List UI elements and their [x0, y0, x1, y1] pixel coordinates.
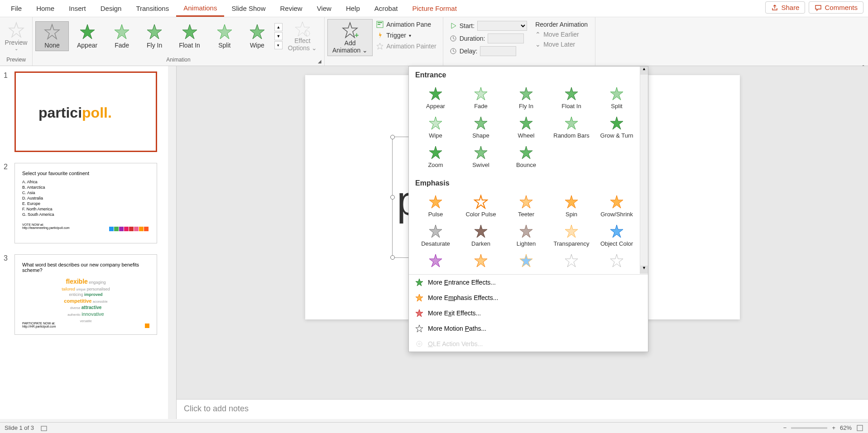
tab-help[interactable]: Help	[339, 1, 367, 16]
emphasis-desaturate[interactable]: Desaturate	[413, 221, 458, 250]
svg-marker-40	[610, 225, 623, 238]
tab-animations[interactable]: Animations	[176, 0, 224, 17]
accessibility-icon[interactable]	[40, 424, 48, 432]
animation-fade[interactable]: Fade	[106, 22, 138, 51]
entrance-floatin[interactable]: Float In	[549, 84, 594, 112]
more-exit-effects[interactable]: More Exit Effects...	[409, 305, 648, 321]
comment-icon	[815, 4, 822, 11]
emphasis-row3-3[interactable]	[504, 251, 548, 271]
slide-thumb-1[interactable]: 1 participoll.	[0, 66, 176, 157]
svg-marker-2	[80, 24, 95, 39]
entrance-shape[interactable]: Shape	[459, 113, 503, 142]
gallery-more-button[interactable]: ▾	[274, 41, 283, 49]
animation-appear[interactable]: Appear	[69, 22, 106, 51]
gallery-spinner: ▲ ▼ ▾	[273, 21, 283, 51]
entrance-fade[interactable]: Fade	[459, 84, 503, 112]
zoom-slider[interactable]	[791, 427, 827, 429]
animation-pane-button[interactable]: Animation Pane	[376, 21, 436, 28]
animation-painter-button[interactable]: Animation Painter	[376, 43, 436, 50]
tab-acrobat[interactable]: Acrobat	[367, 1, 405, 16]
emphasis-spin[interactable]: Spin	[549, 192, 594, 220]
status-slide-indicator: Slide 1 of 3	[5, 424, 34, 431]
entrance-bounce[interactable]: Bounce	[504, 143, 548, 171]
entrance-zoom[interactable]: Zoom	[413, 143, 458, 171]
entrance-wheel[interactable]: Wheel	[504, 113, 548, 142]
animation-floatin[interactable]: Float In	[171, 22, 208, 51]
group-label-animation: Animation	[35, 56, 321, 64]
move-earlier-button[interactable]: ⌃Move Earlier	[535, 31, 588, 38]
entrance-swivel[interactable]: Swivel	[459, 143, 503, 171]
more-motion-paths[interactable]: More Motion Paths...	[409, 321, 648, 336]
emphasis-section-title: Emphasis	[409, 175, 648, 190]
entrance-icon	[415, 278, 423, 286]
slide-thumb-3[interactable]: 3 What word best describes our new compa…	[0, 249, 176, 340]
resize-handle[interactable]	[390, 135, 395, 139]
emphasis-row3-2[interactable]	[459, 251, 503, 271]
scroll-up-button[interactable]: ▲	[640, 67, 648, 75]
animation-wipe[interactable]: Wipe	[241, 22, 273, 51]
zoom-level[interactable]: 62%	[840, 424, 852, 431]
svg-point-9	[304, 31, 310, 36]
resize-handle[interactable]	[390, 195, 395, 200]
animation-split[interactable]: Split	[208, 22, 241, 51]
dropdown-scrollbar[interactable]: ▲ ▼	[640, 67, 648, 274]
comments-button[interactable]: Comments	[809, 1, 863, 14]
more-entrance-effects[interactable]: More Entrance Effects...	[409, 275, 648, 290]
more-emphasis-effects[interactable]: More Emphasis Effects...	[409, 290, 648, 305]
tab-transitions[interactable]: Transitions	[129, 1, 176, 16]
move-later-button[interactable]: ⌄Move Later	[535, 41, 588, 48]
delay-input[interactable]	[480, 46, 516, 56]
ole-action-verbs: OLE Action Verbs...	[409, 336, 648, 352]
entrance-randombars[interactable]: Random Bars	[549, 113, 594, 142]
tab-view[interactable]: View	[310, 1, 339, 16]
emphasis-row3-5[interactable]	[595, 251, 639, 271]
zoom-minus[interactable]: −	[783, 424, 787, 431]
tab-insert[interactable]: Insert	[62, 1, 93, 16]
tab-review[interactable]: Review	[273, 1, 309, 16]
entrance-split[interactable]: Split	[595, 84, 639, 112]
scroll-down-button[interactable]: ▼	[640, 266, 648, 274]
gallery-down-button[interactable]: ▼	[274, 32, 283, 40]
tab-file[interactable]: File	[4, 1, 29, 16]
emphasis-transparency[interactable]: Transparency	[549, 221, 594, 250]
tab-home[interactable]: Home	[29, 1, 62, 16]
effect-options-button[interactable]: Effect Options ⌄	[283, 19, 321, 53]
svg-marker-18	[429, 87, 442, 100]
emphasis-lighten[interactable]: Lighten	[504, 221, 548, 250]
share-button[interactable]: Share	[765, 1, 805, 14]
tab-design[interactable]: Design	[93, 1, 129, 16]
svg-marker-49	[416, 325, 423, 332]
entrance-flyin[interactable]: Fly In	[504, 84, 548, 112]
animation-flyin[interactable]: Fly In	[138, 22, 171, 51]
emphasis-pulse[interactable]: Pulse	[413, 192, 458, 220]
duration-input[interactable]	[488, 33, 524, 43]
svg-marker-15	[377, 43, 383, 49]
animation-none[interactable]: None	[35, 21, 69, 51]
tab-slideshow[interactable]: Slide Show	[224, 1, 273, 16]
zoom-plus[interactable]: +	[832, 424, 835, 431]
trigger-button[interactable]: Trigger ▾	[376, 32, 436, 39]
emphasis-objectcolor[interactable]: Object Color	[595, 221, 639, 250]
entrance-growturn[interactable]: Grow & Turn	[595, 113, 639, 142]
add-animation-button[interactable]: + Add Animation ⌄	[327, 19, 373, 56]
emphasis-teeter[interactable]: Teeter	[504, 192, 548, 220]
emphasis-icon	[415, 294, 423, 302]
emphasis-colorpulse[interactable]: Color Pulse	[459, 192, 503, 220]
emphasis-darken[interactable]: Darken	[459, 221, 503, 250]
start-select[interactable]	[477, 21, 527, 31]
entrance-appear[interactable]: Appear	[413, 84, 458, 112]
resize-handle[interactable]	[390, 255, 395, 260]
gallery-up-button[interactable]: ▲	[274, 23, 283, 31]
emphasis-growshrink[interactable]: Grow/Shrink	[595, 192, 639, 220]
fit-icon[interactable]	[856, 424, 863, 432]
animation-dialog-launcher[interactable]: ◢	[318, 59, 321, 64]
thumbnail-scrollbar[interactable]	[168, 66, 176, 419]
emphasis-row3-4[interactable]	[549, 251, 594, 271]
slide-thumb-2[interactable]: 2 Select your favourite continent A. Afr…	[0, 157, 176, 249]
svg-marker-3	[115, 24, 129, 39]
entrance-wipe[interactable]: Wipe	[413, 113, 458, 142]
preview-button[interactable]: Preview ⌄	[3, 19, 29, 53]
notes-pane[interactable]: Click to add notes	[177, 399, 868, 419]
emphasis-row3-1[interactable]	[413, 251, 458, 271]
tab-picture-format[interactable]: Picture Format	[405, 1, 464, 16]
